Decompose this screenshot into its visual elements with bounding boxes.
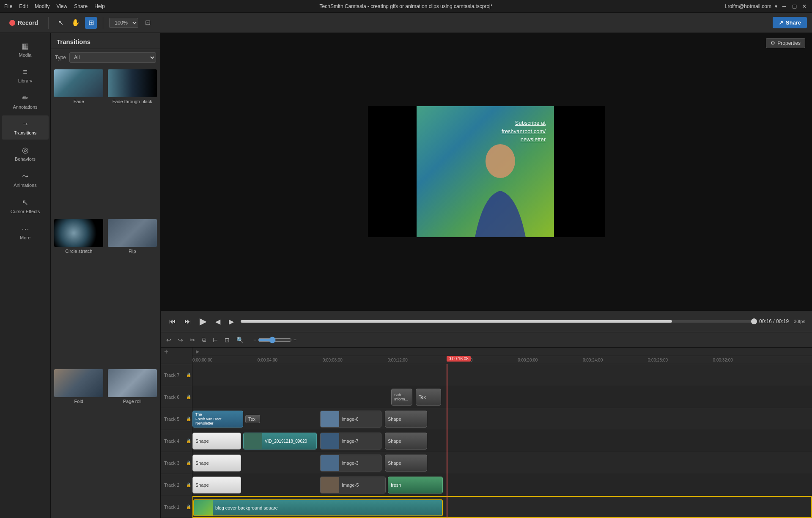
minimize-button[interactable]: ─ (781, 3, 787, 10)
clip-newsletter-5[interactable]: TheFresh van RootNewsletter (192, 411, 243, 428)
sidebar-item-annotations[interactable]: ✏ Annotations (2, 89, 49, 114)
track-lock-icon[interactable]: 🔒 (186, 373, 191, 377)
playhead-time-badge: 0:00:16:08 (447, 356, 471, 362)
clip-shape-3b[interactable]: Shape (385, 455, 427, 471)
zoom-fit-icon[interactable]: ⊡ (142, 17, 154, 29)
sidebar-item-animations[interactable]: ⤳ Animations (2, 167, 49, 192)
menu-view[interactable]: View (56, 3, 67, 9)
sidebar-item-cursor-effects[interactable]: ↖ Cursor Effects (2, 194, 49, 218)
ruler-20: 0:00:20:00 (518, 358, 538, 362)
clip-text-6a[interactable]: Sub...Inform... (391, 389, 412, 406)
gear-icon: ⚙ (771, 40, 775, 46)
transition-fold[interactable]: Fold (52, 367, 105, 516)
clip-shape-4a[interactable]: Shape (192, 433, 241, 449)
sidebar-item-behaviors[interactable]: ◎ Behaviors (2, 141, 49, 166)
transition-flip[interactable]: Flip (106, 217, 159, 366)
sidebar-item-media[interactable]: ▦ Media (2, 37, 49, 62)
main-layout: ▦ Media ≡ Library ✏ Annotations → Transi… (0, 33, 812, 518)
track-label-3: Track 3 🔒 (161, 452, 192, 474)
transition-circle[interactable]: Circle stretch (52, 217, 105, 366)
ruler-24: 0:00:24:00 (583, 358, 603, 362)
group-button[interactable]: ⊡ (222, 335, 232, 345)
clip-image7-4[interactable]: image-7 (320, 433, 381, 449)
clip-shape-2a[interactable]: Shape (192, 477, 241, 493)
maximize-button[interactable]: ▢ (791, 3, 798, 10)
clip-shape-3a[interactable]: Shape (192, 455, 241, 471)
menu-edit[interactable]: Edit (19, 3, 28, 9)
track-label-1: Track 1 🔒 (161, 496, 192, 518)
sidebar-item-transitions[interactable]: → Transitions (2, 115, 49, 140)
menu-modify[interactable]: Modify (35, 3, 49, 9)
track-lock-icon-6[interactable]: 🔒 (186, 395, 191, 399)
menu-help[interactable]: Help (94, 3, 105, 9)
properties-button[interactable]: ⚙ Properties (766, 38, 805, 48)
redo-button[interactable]: ↪ (176, 335, 185, 345)
share-button[interactable]: ↗ Share (773, 17, 807, 28)
zoom-in-icon: + (294, 337, 296, 343)
clip-vid-4[interactable]: VID_20191218_09020 (243, 433, 317, 449)
track-label-4: Track 4 🔒 (161, 430, 192, 452)
pageroll-label: Page roll (123, 399, 141, 404)
cut-button[interactable]: ✂ (188, 335, 197, 345)
clip-blog-bg-1[interactable]: blog cover background square (193, 499, 443, 516)
sidebar-item-label-annotations: Annotations (13, 104, 37, 110)
fold-label: Fold (74, 399, 83, 404)
frame-back-button[interactable]: ⏭ (183, 316, 193, 327)
ruler-spacer (161, 356, 192, 364)
track-row-6: Sub...Inform... Tex (192, 386, 812, 408)
sidebar-item-label-library: Library (18, 78, 33, 83)
titlebar: File Edit Modify View Share Help TechSmi… (0, 0, 812, 13)
progress-bar[interactable] (241, 320, 754, 323)
type-filter-select[interactable]: All (69, 52, 156, 63)
next-button[interactable]: ▶ (227, 316, 236, 327)
menu-file[interactable]: File (4, 3, 12, 9)
track-lock-icon-3[interactable]: 🔒 (186, 460, 191, 465)
undo-button[interactable]: ↩ (164, 335, 173, 345)
sidebar-item-label-media: Media (19, 52, 32, 58)
close-button[interactable]: ✕ (801, 3, 808, 10)
track-label-5: Track 5 🔒 (161, 408, 192, 430)
track-lock-icon-5[interactable]: 🔒 (186, 417, 191, 421)
time-display: 00:16 / 00:19 (759, 318, 789, 324)
select-tool[interactable]: ↖ (55, 17, 66, 29)
split-button[interactable]: ⊢ (211, 335, 220, 345)
menu-bar[interactable]: File Edit Modify View Share Help (4, 3, 105, 9)
clip-image3-3[interactable]: image-3 (320, 455, 381, 471)
transition-pageroll[interactable]: Page roll (106, 367, 159, 516)
timeline-ruler: 0:00:00:00 0:00:04:00 0:00:08:00 0:00:12… (192, 356, 812, 365)
search-button[interactable]: 🔍 (234, 335, 246, 345)
sidebar-item-more[interactable]: ⋯ More (2, 220, 49, 244)
prev-button[interactable]: ◀ (214, 316, 222, 327)
menu-share[interactable]: Share (74, 3, 88, 9)
step-back-button[interactable]: ⏮ (167, 316, 178, 327)
sidebar-item-library[interactable]: ≡ Library (2, 63, 49, 88)
add-track-button[interactable]: + (161, 348, 192, 356)
zoom-slider[interactable] (258, 337, 292, 343)
progress-handle[interactable] (751, 318, 757, 324)
zoom-selector[interactable]: 100% (109, 18, 138, 28)
account-name[interactable]: i.rolfm@hotmail.com (725, 3, 771, 9)
track-lock-icon-4[interactable]: 🔒 (186, 439, 191, 443)
pan-tool[interactable]: ✋ (70, 17, 82, 29)
record-button[interactable]: Record (5, 18, 42, 28)
flip-thumbnail (108, 219, 157, 247)
track-labels: + Track 7 🔒 Track 6 🔒 (161, 348, 192, 518)
black-left (368, 106, 417, 237)
transition-fade[interactable]: Fade (52, 68, 105, 217)
clip-fresh-2[interactable]: fresh (388, 477, 443, 493)
track-lock-icon-2[interactable]: 🔒 (186, 482, 191, 487)
clip-tex-6b[interactable]: Tex (416, 389, 441, 406)
more-icon: ⋯ (22, 224, 29, 233)
track-row-4: Shape VID_20191218_09020 image-7 (192, 430, 812, 452)
clip-image6-5[interactable]: image-6 (320, 411, 381, 428)
copy-button[interactable]: ⧉ (200, 335, 208, 345)
clip-tex-5[interactable]: Tex (245, 415, 260, 423)
clip-image5-2[interactable]: Image-5 (320, 477, 386, 493)
properties-label: Properties (777, 40, 801, 46)
crop-tool[interactable]: ⊞ (85, 17, 97, 29)
clip-shape-5[interactable]: Shape (385, 411, 427, 428)
transition-fade-black[interactable]: Fade through black (106, 68, 159, 217)
play-button[interactable]: ▶ (198, 314, 208, 329)
clip-shape-4b[interactable]: Shape (385, 433, 427, 449)
track-lock-icon-1[interactable]: 🔒 (186, 504, 191, 509)
